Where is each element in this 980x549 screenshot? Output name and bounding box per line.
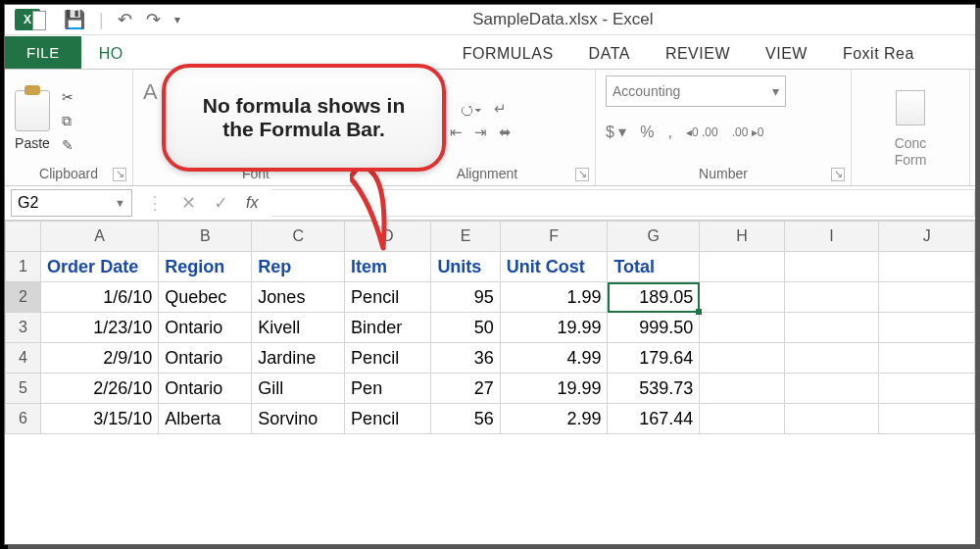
col-header-I[interactable]: I bbox=[784, 222, 879, 252]
format-painter-icon[interactable]: ✎ bbox=[62, 137, 74, 153]
cell[interactable] bbox=[879, 313, 975, 343]
redo-icon[interactable]: ↷ bbox=[146, 9, 161, 30]
cell[interactable]: Ontario bbox=[159, 343, 252, 374]
cell[interactable]: 4.99 bbox=[500, 343, 608, 374]
cell[interactable]: 56 bbox=[431, 404, 500, 434]
cell[interactable] bbox=[879, 282, 975, 313]
cell[interactable]: 50 bbox=[431, 313, 500, 343]
cell[interactable]: 27 bbox=[431, 374, 500, 404]
name-box[interactable]: G2 ▼ bbox=[11, 189, 132, 217]
cut-icon[interactable]: ✂ bbox=[62, 89, 74, 105]
cell[interactable]: 1/23/10 bbox=[41, 313, 159, 343]
cell[interactable]: Pencil bbox=[345, 282, 431, 313]
col-header-E[interactable]: E bbox=[431, 222, 500, 252]
cell[interactable]: 3/15/10 bbox=[41, 404, 159, 434]
col-header-C[interactable]: C bbox=[252, 222, 345, 252]
increase-indent-icon[interactable]: ⇥ bbox=[474, 124, 487, 141]
cell[interactable]: Pencil bbox=[345, 343, 431, 374]
orientation-icon[interactable]: ⭯▾ bbox=[460, 101, 482, 118]
number-format-select[interactable]: Accounting ▾ bbox=[606, 75, 786, 107]
cell[interactable] bbox=[784, 374, 879, 404]
increase-decimal-icon[interactable]: ◂0 .00 bbox=[686, 125, 718, 139]
comma-format-icon[interactable]: , bbox=[668, 124, 672, 141]
select-all-corner[interactable] bbox=[6, 222, 41, 252]
cell[interactable]: Quebec bbox=[159, 282, 252, 313]
row-header-5[interactable]: 5 bbox=[6, 374, 41, 404]
cell[interactable] bbox=[879, 374, 975, 404]
row-header-1[interactable]: 1 bbox=[6, 252, 41, 282]
cell[interactable]: Kivell bbox=[252, 313, 345, 343]
cell[interactable]: Ontario bbox=[159, 313, 252, 343]
col-header-G[interactable]: G bbox=[608, 222, 700, 252]
cell[interactable] bbox=[784, 343, 879, 374]
row-header-3[interactable]: 3 bbox=[6, 313, 41, 343]
row-header-4[interactable]: 4 bbox=[6, 343, 41, 374]
spreadsheet-grid[interactable]: A B C D E F G H I J 1 Order Date Region … bbox=[5, 221, 975, 434]
tab-home[interactable]: HO bbox=[81, 39, 141, 69]
cell[interactable]: 2/26/10 bbox=[41, 374, 159, 404]
cell[interactable]: 1.99 bbox=[500, 282, 608, 313]
cell[interactable] bbox=[879, 252, 975, 282]
number-dialog-launcher[interactable]: ↘ bbox=[831, 168, 845, 181]
header-region[interactable]: Region bbox=[159, 252, 252, 282]
cell[interactable]: Gill bbox=[252, 374, 345, 404]
header-rep[interactable]: Rep bbox=[252, 252, 345, 282]
copy-icon[interactable]: ⧉ bbox=[62, 113, 74, 129]
merge-center-icon[interactable]: ⬌ bbox=[499, 124, 512, 141]
cell[interactable] bbox=[700, 404, 784, 434]
tab-review[interactable]: REVIEW bbox=[648, 39, 748, 69]
cell[interactable]: Alberta bbox=[159, 404, 252, 434]
selected-cell[interactable]: 189.05 bbox=[608, 282, 700, 313]
header-units[interactable]: Units bbox=[431, 252, 500, 282]
col-header-B[interactable]: B bbox=[159, 222, 252, 252]
cell[interactable] bbox=[700, 313, 784, 343]
save-icon[interactable]: 💾 bbox=[64, 9, 85, 30]
cell[interactable]: Jardine bbox=[252, 343, 345, 374]
cell[interactable]: 95 bbox=[431, 282, 500, 313]
row-header-2[interactable]: 2 bbox=[6, 282, 41, 313]
cell[interactable]: Ontario bbox=[159, 374, 252, 404]
wrap-text-icon[interactable]: ↵ bbox=[494, 100, 507, 118]
col-header-J[interactable]: J bbox=[879, 222, 975, 252]
tab-file[interactable]: FILE bbox=[5, 36, 81, 69]
header-order-date[interactable]: Order Date bbox=[41, 252, 159, 282]
col-header-A[interactable]: A bbox=[41, 222, 159, 252]
cell[interactable]: Binder bbox=[345, 313, 431, 343]
undo-icon[interactable]: ↶ bbox=[118, 9, 132, 30]
cell[interactable]: 2.99 bbox=[500, 404, 608, 434]
decrease-decimal-icon[interactable]: .00 ▸0 bbox=[732, 125, 764, 139]
cell[interactable]: 167.44 bbox=[608, 404, 700, 434]
cell[interactable]: 1/6/10 bbox=[41, 282, 159, 313]
cell[interactable] bbox=[784, 313, 879, 343]
tab-foxit[interactable]: Foxit Rea bbox=[825, 39, 932, 69]
conditional-formatting-icon[interactable] bbox=[896, 90, 925, 125]
paste-button[interactable]: Paste bbox=[15, 90, 50, 151]
tab-data[interactable]: DATA bbox=[571, 39, 648, 69]
percent-format-icon[interactable]: % bbox=[640, 124, 654, 141]
cell[interactable] bbox=[700, 374, 784, 404]
tab-formulas[interactable]: FORMULAS bbox=[445, 39, 571, 69]
cell[interactable]: 36 bbox=[431, 343, 500, 374]
cell[interactable] bbox=[700, 343, 784, 374]
cell[interactable]: 19.99 bbox=[500, 374, 608, 404]
header-total[interactable]: Total bbox=[608, 252, 700, 282]
cell[interactable]: 179.64 bbox=[608, 343, 700, 374]
tab-view[interactable]: VIEW bbox=[748, 39, 825, 69]
header-unit-cost[interactable]: Unit Cost bbox=[500, 252, 608, 282]
cell[interactable]: Sorvino bbox=[252, 404, 345, 434]
row-header-6[interactable]: 6 bbox=[6, 404, 41, 434]
cell[interactable]: 2/9/10 bbox=[41, 343, 159, 374]
cancel-edit-icon[interactable]: ✕ bbox=[181, 192, 196, 214]
cell[interactable] bbox=[784, 404, 879, 434]
confirm-edit-icon[interactable]: ✓ bbox=[214, 192, 228, 214]
cell[interactable] bbox=[700, 252, 784, 282]
cell[interactable]: 999.50 bbox=[608, 313, 700, 343]
name-box-dropdown-icon[interactable]: ▼ bbox=[115, 197, 125, 209]
cell[interactable]: Jones bbox=[252, 282, 345, 313]
clipboard-dialog-launcher[interactable]: ↘ bbox=[113, 168, 126, 181]
insert-function-icon[interactable]: fx bbox=[246, 194, 258, 212]
col-header-H[interactable]: H bbox=[700, 222, 784, 252]
decrease-indent-icon[interactable]: ⇤ bbox=[450, 124, 463, 141]
cell[interactable] bbox=[784, 252, 879, 282]
cell[interactable] bbox=[879, 404, 975, 434]
